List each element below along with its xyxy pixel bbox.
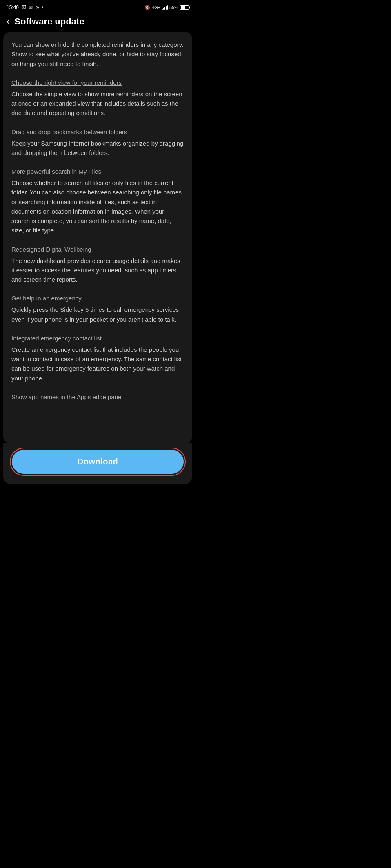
feature-title-4: Get help in an emergency (11, 294, 184, 303)
feature-title-1: Drag and drop bookmarks between folders (11, 128, 184, 136)
gallery-icon: 🖼 (21, 4, 26, 10)
network-type: 4G+ (152, 5, 160, 10)
feature-title-3: Redesigned Digital Wellbeing (11, 245, 184, 254)
feature-block-0: Choose the right view for your reminders… (11, 78, 184, 118)
battery-percentage: 55% (169, 5, 178, 10)
battery-icon (180, 5, 189, 10)
status-right: 🔇 4G+ 55% (144, 5, 189, 10)
feature-block-4: Get help in an emergency Quickly press t… (11, 294, 184, 324)
content-card: You can show or hide the completed remin… (3, 32, 192, 444)
email-icon: ✉ (29, 4, 33, 10)
feature-title-5: Integrated emergency contact list (11, 334, 184, 342)
page-title: Software update (14, 16, 84, 27)
feature-block-6: Show app names in the Apps edge panel (11, 393, 184, 401)
mute-icon: 🔇 (144, 5, 150, 10)
intro-paragraph: You can show or hide the completed remin… (11, 40, 184, 68)
back-button[interactable]: ‹ (7, 17, 9, 26)
feature-title-6: Show app names in the Apps edge panel (11, 393, 184, 401)
feature-desc-3: The new dashboard provides clearer usage… (11, 256, 184, 285)
feature-title-2: More powerful search in My Files (11, 167, 184, 176)
status-bar: 15:40 🖼 ✉ ⊙ • 🔇 4G+ 55% (0, 0, 196, 13)
feature-block-5: Integrated emergency contact list Create… (11, 334, 184, 383)
dot-indicator: • (42, 4, 43, 10)
page-header: ‹ Software update (0, 13, 196, 32)
download-button-wrapper: Download (10, 448, 186, 476)
download-section: Download (3, 443, 192, 484)
feature-desc-1: Keep your Samsung Internet bookmarks org… (11, 139, 184, 158)
feature-desc-0: Choose the simple view to show more remi… (11, 89, 184, 118)
feature-desc-2: Choose whether to search all files or on… (11, 178, 184, 235)
download-button[interactable]: Download (12, 450, 184, 474)
status-left: 15:40 🖼 ✉ ⊙ • (7, 4, 43, 10)
signal-bars (162, 5, 168, 10)
feature-block-2: More powerful search in My Files Choose … (11, 167, 184, 235)
instagram-icon: ⊙ (35, 4, 39, 10)
feature-block-1: Drag and drop bookmarks between folders … (11, 128, 184, 158)
feature-title-0: Choose the right view for your reminders (11, 78, 184, 87)
feature-desc-4: Quickly press the Side key 5 times to ca… (11, 305, 184, 324)
feature-desc-5: Create an emergency contact list that in… (11, 345, 184, 383)
feature-block-3: Redesigned Digital Wellbeing The new das… (11, 245, 184, 285)
time-display: 15:40 (7, 4, 19, 10)
